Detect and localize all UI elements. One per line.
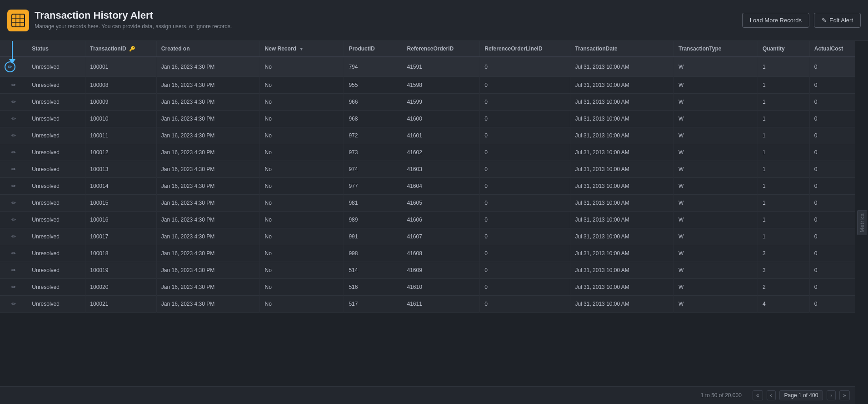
cell-transactiondate: Jul 31, 2013 10:00 AM	[570, 111, 674, 127]
table-row: ✏Unresolved100012Jan 16, 2023 4:30 PMNo9…	[0, 144, 868, 161]
edit-row-button[interactable]: ✏	[10, 232, 18, 241]
cell-newrecord: No	[260, 111, 344, 127]
cell-transactionid: 100016	[85, 212, 157, 228]
cell-quantity: 4	[758, 296, 810, 313]
cell-referenceorderid: 41608	[402, 245, 480, 262]
cell-newrecord: No	[260, 161, 344, 178]
cell-productid: 989	[344, 212, 402, 228]
sort-down-icon: ▼	[299, 46, 304, 51]
cell-transactiondate: Jul 31, 2013 10:00 AM	[570, 296, 674, 313]
cell-newrecord: No	[260, 144, 344, 161]
edit-cell: ✏	[0, 161, 27, 178]
edit-alert-button[interactable]: ✎ Edit Alert	[814, 13, 861, 28]
cell-productid: 966	[344, 94, 402, 111]
cell-transactiontype: W	[674, 279, 758, 296]
edit-cell: ✏	[0, 296, 27, 313]
table-row: ✏Unresolved100001Jan 16, 2023 4:30 PMNo7…	[0, 57, 868, 77]
edit-row-button-active[interactable]: ✏	[5, 61, 15, 72]
cell-status: Unresolved	[27, 178, 85, 195]
col-created-on[interactable]: Created on	[156, 41, 260, 57]
table-body: ✏Unresolved100001Jan 16, 2023 4:30 PMNo7…	[0, 57, 868, 313]
col-new-record[interactable]: New Record ▼	[260, 41, 344, 57]
edit-cell: ✏	[0, 228, 27, 245]
table-row: ✏Unresolved100008Jan 16, 2023 4:30 PMNo9…	[0, 77, 868, 94]
cell-createdon: Jan 16, 2023 4:30 PM	[156, 144, 260, 161]
cell-createdon: Jan 16, 2023 4:30 PM	[156, 111, 260, 127]
cell-referenceorderlineid: 0	[480, 228, 570, 245]
table-row: ✏Unresolved100014Jan 16, 2023 4:30 PMNo9…	[0, 178, 868, 195]
col-transaction-date[interactable]: TransactionDate	[570, 41, 674, 57]
cell-transactiontype: W	[674, 212, 758, 228]
page-title: Transaction History Alert	[35, 10, 232, 21]
cell-referenceorderid: 41603	[402, 161, 480, 178]
cell-referenceorderid: 41605	[402, 195, 480, 212]
table-row: ✏Unresolved100021Jan 16, 2023 4:30 PMNo5…	[0, 296, 868, 313]
first-page-button[interactable]: «	[753, 390, 763, 400]
col-product-id[interactable]: ProductID	[344, 41, 402, 57]
cell-productid: 998	[344, 245, 402, 262]
cell-transactiondate: Jul 31, 2013 10:00 AM	[570, 228, 674, 245]
col-reference-order-line-id[interactable]: ReferenceOrderLineID	[480, 41, 570, 57]
cell-newrecord: No	[260, 228, 344, 245]
cell-referenceorderlineid: 0	[480, 144, 570, 161]
cell-status: Unresolved	[27, 262, 85, 279]
cell-referenceorderid: 41607	[402, 228, 480, 245]
edit-row-button[interactable]: ✏	[10, 266, 18, 274]
cell-newrecord: No	[260, 195, 344, 212]
edit-cell: ✏	[0, 245, 27, 262]
edit-row-button[interactable]: ✏	[10, 283, 18, 291]
page-subtitle: Manage your records here. You can provid…	[35, 23, 232, 30]
cell-quantity: 1	[758, 195, 810, 212]
cell-newrecord: No	[260, 212, 344, 228]
cell-transactiontype: W	[674, 245, 758, 262]
edit-row-button[interactable]: ✏	[10, 131, 18, 140]
title-section: Transaction History Alert Manage your re…	[35, 10, 232, 30]
col-status[interactable]: Status	[27, 41, 85, 57]
cell-newrecord: No	[260, 127, 344, 144]
cell-transactionid: 100019	[85, 262, 157, 279]
edit-row-button[interactable]: ✏	[10, 182, 18, 190]
cell-newrecord: No	[260, 57, 344, 77]
edit-row-button[interactable]: ✏	[10, 249, 18, 258]
table-header-row: Status TransactionID 🔑 Created on New Re…	[0, 41, 868, 57]
edit-row-button[interactable]: ✏	[10, 98, 18, 106]
cell-referenceorderlineid: 0	[480, 212, 570, 228]
col-reference-order-id[interactable]: ReferenceOrderID	[402, 41, 480, 57]
edit-row-button[interactable]: ✏	[10, 148, 18, 157]
cell-referenceorderid: 41610	[402, 279, 480, 296]
main-content: Status TransactionID 🔑 Created on New Re…	[0, 41, 868, 404]
edit-cell: ✏	[0, 77, 27, 94]
cell-transactiontype: W	[674, 127, 758, 144]
edit-row-button[interactable]: ✏	[10, 300, 18, 308]
col-transaction-type[interactable]: TransactionType	[674, 41, 758, 57]
cell-referenceorderlineid: 0	[480, 178, 570, 195]
cell-productid: 514	[344, 262, 402, 279]
cell-quantity: 1	[758, 228, 810, 245]
cell-createdon: Jan 16, 2023 4:30 PM	[156, 245, 260, 262]
cell-newrecord: No	[260, 262, 344, 279]
col-quantity[interactable]: Quantity	[758, 41, 810, 57]
edit-row-button[interactable]: ✏	[10, 81, 18, 89]
last-page-button[interactable]: »	[839, 390, 850, 400]
edit-cell: ✏	[0, 127, 27, 144]
cell-transactiondate: Jul 31, 2013 10:00 AM	[570, 57, 674, 77]
cell-referenceorderid: 41602	[402, 144, 480, 161]
edit-row-button[interactable]: ✏	[10, 115, 18, 123]
load-more-button[interactable]: Load More Records	[742, 13, 809, 28]
cell-transactiondate: Jul 31, 2013 10:00 AM	[570, 262, 674, 279]
edit-row-button[interactable]: ✏	[10, 165, 18, 173]
cell-quantity: 1	[758, 111, 810, 127]
cell-transactionid: 100020	[85, 279, 157, 296]
col-transaction-id[interactable]: TransactionID 🔑	[85, 41, 157, 57]
edit-cell: ✏	[0, 57, 27, 77]
next-page-button[interactable]: ›	[827, 390, 836, 400]
cell-quantity: 1	[758, 212, 810, 228]
edit-row-button[interactable]: ✏	[10, 216, 18, 224]
prev-page-button[interactable]: ‹	[767, 390, 776, 400]
cell-status: Unresolved	[27, 127, 85, 144]
cell-referenceorderlineid: 0	[480, 245, 570, 262]
edit-row-button[interactable]: ✏	[10, 199, 18, 207]
pagination-bar: 1 to 50 of 20,000 « ‹ Page 1 of 400 › »	[0, 386, 868, 404]
cell-productid: 973	[344, 144, 402, 161]
metrics-tab[interactable]: Metrics	[857, 210, 867, 235]
